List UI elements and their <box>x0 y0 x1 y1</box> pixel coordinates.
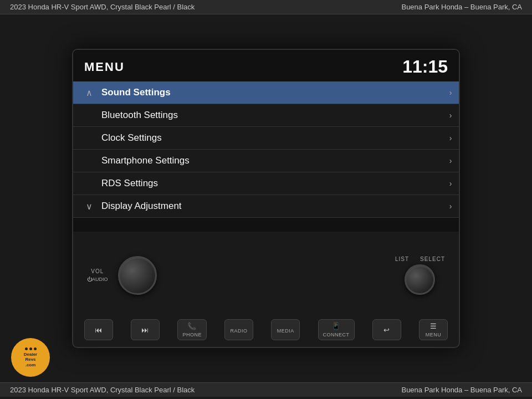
radio-button[interactable]: RADIO <box>224 319 253 340</box>
menu-item-4[interactable]: RDS Settings› <box>73 172 459 195</box>
main-content: MENU 11:15 ∧Sound Settings›Bluetooth Set… <box>0 14 532 382</box>
prev-button[interactable]: ⏮ <box>84 319 113 340</box>
menu-item-2[interactable]: Clock Settings› <box>73 127 459 150</box>
top-bar: 2023 Honda HR-V Sport AWD, Crystal Black… <box>0 0 532 14</box>
vol-knob[interactable] <box>118 256 157 295</box>
audio-label: ⏻AUDIO <box>87 277 108 282</box>
vol-label: VOL <box>91 268 104 274</box>
bottom-bar-left: 2023 Honda HR-V Sport AWD, Crystal Black… <box>10 386 195 394</box>
select-knob[interactable] <box>405 264 435 295</box>
dot-1 <box>25 347 28 350</box>
menu-item-arrow-5: › <box>442 202 459 211</box>
left-controls: VOL ⏻AUDIO <box>87 256 157 295</box>
top-bar-left: 2023 Honda HR-V Sport AWD, Crystal Black… <box>10 3 195 11</box>
bottom-bar: 2023 Honda HR-V Sport AWD, Crystal Black… <box>0 382 532 397</box>
menu-item-arrow-4: › <box>442 179 459 188</box>
menu-item-5[interactable]: ∨Display Adjustment› <box>73 195 459 218</box>
bottom-bar-right: Buena Park Honda – Buena Park, CA <box>401 386 522 394</box>
phone-button-icon: 📞 <box>187 322 197 330</box>
top-bar-right: Buena Park Honda – Buena Park, CA <box>401 3 522 11</box>
media-button-label: MEDIA <box>277 328 294 334</box>
dot-2 <box>29 347 32 350</box>
menu-item-3[interactable]: Smartphone Settings› <box>73 150 459 172</box>
prev-button-icon: ⏮ <box>95 326 103 334</box>
menu-item-arrow-3: › <box>442 156 459 165</box>
watermark-logo: DealerRevs.com <box>11 338 50 377</box>
connect-button[interactable]: 📱CONNECT <box>318 319 355 340</box>
right-controls: LIST SELECT <box>395 256 445 295</box>
menu-item-label-1: Bluetooth Settings <box>97 110 442 121</box>
buttons-row: ⏮⏭📞PHONERADIOMEDIA📱CONNECT↩☰MENU <box>73 319 459 347</box>
screen: MENU 11:15 ∧Sound Settings›Bluetooth Set… <box>73 50 459 232</box>
knobs-row: VOL ⏻AUDIO LIST SELECT <box>73 232 459 319</box>
connect-button-label: CONNECT <box>323 332 350 337</box>
dot-indicator <box>25 347 37 350</box>
menu-item-label-4: RDS Settings <box>97 178 442 189</box>
vol-control: VOL ⏻AUDIO <box>87 268 108 282</box>
menu-list: ∧Sound Settings›Bluetooth Settings›Clock… <box>73 81 459 218</box>
menu-item-arrow-2: › <box>442 134 459 142</box>
watermark: DealerRevs.com <box>11 338 50 377</box>
menu-item-arrow-1: › <box>442 111 459 120</box>
next-button[interactable]: ⏭ <box>131 319 160 340</box>
connect-button-icon: 📱 <box>331 322 341 330</box>
menu-header: MENU 11:15 <box>73 50 459 81</box>
menu-item-label-0: Sound Settings <box>97 87 442 98</box>
media-button[interactable]: MEDIA <box>271 319 300 340</box>
dot-3 <box>34 347 37 350</box>
menu-item-1[interactable]: Bluetooth Settings› <box>73 104 459 127</box>
back-button-icon: ↩ <box>383 326 390 334</box>
back-button[interactable]: ↩ <box>372 319 401 340</box>
menu-item-0[interactable]: ∧Sound Settings› <box>73 81 459 104</box>
select-label: SELECT <box>420 256 445 262</box>
menu-item-label-3: Smartphone Settings <box>97 155 442 166</box>
phone-button[interactable]: 📞PHONE <box>177 319 207 340</box>
right-labels: LIST SELECT <box>395 256 445 262</box>
radio-button-label: RADIO <box>231 328 248 334</box>
menu-time: 11:15 <box>402 57 448 77</box>
watermark-text: DealerRevs.com <box>24 352 37 368</box>
menu-button-icon: ☰ <box>430 322 437 330</box>
menu-title: MENU <box>84 60 125 74</box>
menu-button[interactable]: ☰MENU <box>419 319 448 340</box>
phone-button-label: PHONE <box>182 332 202 337</box>
menu-item-arrow-0: › <box>442 88 459 97</box>
next-button-icon: ⏭ <box>141 326 149 334</box>
chevron-icon-5: ∨ <box>81 201 97 212</box>
menu-button-label: MENU <box>426 332 442 337</box>
controls-area: VOL ⏻AUDIO LIST SELECT ⏮⏭📞PHONERADIOMEDI… <box>73 232 459 347</box>
list-label: LIST <box>395 256 409 262</box>
menu-item-label-2: Clock Settings <box>97 132 442 144</box>
infotainment-unit: MENU 11:15 ∧Sound Settings›Bluetooth Set… <box>72 49 460 348</box>
menu-item-label-5: Display Adjustment <box>97 201 442 212</box>
chevron-icon-0: ∧ <box>81 88 97 98</box>
